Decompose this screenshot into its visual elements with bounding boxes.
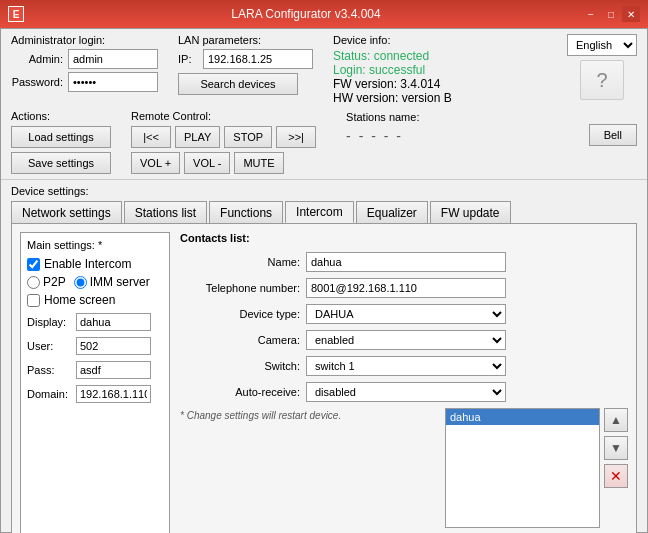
play-button[interactable]: PLAY xyxy=(175,126,220,148)
remote-row-2: VOL + VOL - MUTE xyxy=(131,152,316,174)
stations-column: Stations name: - - - - - xyxy=(346,110,419,144)
tab-fwupdate[interactable]: FW update xyxy=(430,201,511,223)
contacts-list-with-arrows: dahua ▲ ▼ ✕ xyxy=(445,408,628,528)
device-type-label: Device type: xyxy=(180,308,300,320)
contacts-list-area: * Change settings will restart device. d… xyxy=(180,408,628,533)
close-button[interactable]: ✕ xyxy=(622,6,640,22)
device-type-row: Device type: DAHUA Generic SIP 2N Helios xyxy=(180,304,628,324)
password-input[interactable] xyxy=(68,72,158,92)
lan-section-label: LAN parameters: xyxy=(178,34,313,46)
intercom-tab-content: Main settings: * Enable Intercom P2P IMM… xyxy=(11,224,637,533)
fw-row: FW version: 3.4.014 xyxy=(333,77,452,91)
tab-bar: Network settings Stations list Functions… xyxy=(11,201,637,224)
load-settings-button[interactable]: Load settings xyxy=(11,126,111,148)
name-input[interactable] xyxy=(306,252,506,272)
p2p-radio[interactable] xyxy=(27,276,40,289)
password-field-group: Password: xyxy=(11,72,158,92)
title-bar: E LARA Configurator v3.4.004 − □ ✕ xyxy=(0,0,648,28)
search-devices-button[interactable]: Search devices xyxy=(178,73,298,95)
tab-intercom[interactable]: Intercom xyxy=(285,201,354,223)
domain-row: Domain: xyxy=(27,385,163,403)
p2p-label: P2P xyxy=(43,275,66,289)
minimize-button[interactable]: − xyxy=(582,6,600,22)
vol-down-button[interactable]: VOL - xyxy=(184,152,230,174)
bell-column: Bell xyxy=(589,110,637,146)
maximize-button[interactable]: □ xyxy=(602,6,620,22)
display-label: Display: xyxy=(27,316,72,328)
telephone-input[interactable] xyxy=(306,278,506,298)
imm-radio[interactable] xyxy=(74,276,87,289)
tab-network[interactable]: Network settings xyxy=(11,201,122,223)
tab-functions[interactable]: Functions xyxy=(209,201,283,223)
camera-label: Camera: xyxy=(180,334,300,346)
move-up-button[interactable]: ▲ xyxy=(604,408,628,432)
pass-label: Pass: xyxy=(27,364,72,376)
restart-note: * Change settings will restart device. xyxy=(180,410,341,421)
vol-up-button[interactable]: VOL + xyxy=(131,152,180,174)
status-row: Status: connected xyxy=(333,49,452,63)
telephone-label: Telephone number: xyxy=(180,282,300,294)
admin-input[interactable] xyxy=(68,49,158,69)
home-screen-checkbox[interactable] xyxy=(27,294,40,307)
pass-row: Pass: xyxy=(27,361,163,379)
server-type-row: P2P IMM server xyxy=(27,275,163,289)
user-label: User: xyxy=(27,340,72,352)
p2p-radio-group: P2P xyxy=(27,275,66,289)
display-input[interactable] xyxy=(76,313,151,331)
home-screen-row: Home screen xyxy=(27,293,163,307)
contacts-form-spacer: * Change settings will restart device. xyxy=(180,408,439,533)
fw-value: 3.4.014 xyxy=(400,77,440,91)
login-label: Login: xyxy=(333,63,366,77)
device-info-section: Device info: Status: connected Login: su… xyxy=(333,34,452,105)
contact-item-dahua[interactable]: dahua xyxy=(446,409,599,425)
delete-contact-button[interactable]: ✕ xyxy=(604,464,628,488)
switch-row: Switch: switch 1 switch 2 switch 3 xyxy=(180,356,628,376)
device-type-select[interactable]: DAHUA Generic SIP 2N Helios xyxy=(306,304,506,324)
next-button[interactable]: >>| xyxy=(276,126,316,148)
stations-label: Stations name: xyxy=(346,111,419,123)
contacts-listbox[interactable]: dahua xyxy=(445,408,600,528)
camera-select[interactable]: enabled disabled xyxy=(306,330,506,350)
imm-radio-group: IMM server xyxy=(74,275,150,289)
device-settings-label: Device settings: xyxy=(11,185,637,197)
mute-button[interactable]: MUTE xyxy=(234,152,283,174)
tab-equalizer[interactable]: Equalizer xyxy=(356,201,428,223)
contacts-section-label: Contacts list: xyxy=(180,232,628,244)
stop-button[interactable]: STOP xyxy=(224,126,272,148)
language-select[interactable]: English Czech German French xyxy=(567,34,637,56)
contacts-right: dahua ▲ ▼ ✕ Number of contacts: 1 / 32 N… xyxy=(445,408,628,533)
telephone-row: Telephone number: xyxy=(180,278,628,298)
enable-intercom-checkbox[interactable] xyxy=(27,258,40,271)
domain-input[interactable] xyxy=(76,385,151,403)
imm-label: IMM server xyxy=(90,275,150,289)
tab-stations[interactable]: Stations list xyxy=(124,201,207,223)
switch-select[interactable]: switch 1 switch 2 switch 3 xyxy=(306,356,506,376)
enable-intercom-label: Enable Intercom xyxy=(44,257,131,271)
password-label: Password: xyxy=(11,76,63,88)
display-row: Display: xyxy=(27,313,163,331)
ip-row: IP: xyxy=(178,49,313,69)
camera-row: Camera: enabled disabled xyxy=(180,330,628,350)
ip-input[interactable] xyxy=(203,49,313,69)
prev-button[interactable]: |<< xyxy=(131,126,171,148)
actions-label: Actions: xyxy=(11,110,111,122)
pass-input[interactable] xyxy=(76,361,151,379)
hw-value: version B xyxy=(402,91,452,105)
user-input[interactable] xyxy=(76,337,151,355)
ip-label: IP: xyxy=(178,53,198,65)
user-row: User: xyxy=(27,337,163,355)
actions-area: Actions: Load settings Save settings Rem… xyxy=(1,105,647,180)
save-settings-button[interactable]: Save settings xyxy=(11,152,111,174)
top-area: Administrator login: Admin: Password: LA… xyxy=(1,29,647,105)
main-settings-title: Main settings: * xyxy=(27,239,163,251)
login-value: successful xyxy=(369,63,425,77)
auto-receive-select[interactable]: disabled enabled xyxy=(306,382,506,402)
home-screen-label: Home screen xyxy=(44,293,115,307)
main-window: Administrator login: Admin: Password: LA… xyxy=(0,28,648,533)
help-button[interactable]: ? xyxy=(580,60,624,100)
admin-section-label: Administrator login: xyxy=(11,34,158,46)
move-down-button[interactable]: ▼ xyxy=(604,436,628,460)
device-settings-area: Device settings: Network settings Statio… xyxy=(1,180,647,533)
bell-button[interactable]: Bell xyxy=(589,124,637,146)
status-value: connected xyxy=(374,49,429,63)
